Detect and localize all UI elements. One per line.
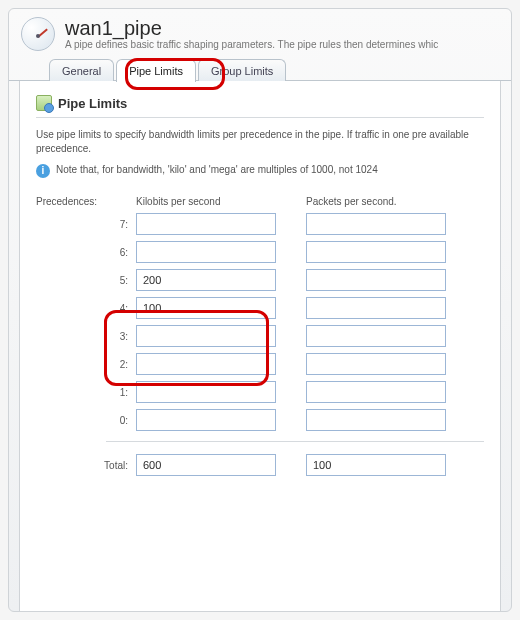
totals-row: Total: <box>36 454 484 476</box>
columns-header: Precedences: Kilobits per second Packets… <box>36 196 484 207</box>
precedence-row-1: 1: <box>36 381 484 403</box>
pps-input-2[interactable] <box>306 353 446 375</box>
tab-bar: General Pipe Limits Group Limits <box>9 55 511 81</box>
divider <box>36 117 484 118</box>
col-label-precedences: Precedences: <box>36 196 136 207</box>
totals-label: Total: <box>36 460 136 471</box>
tab-group-limits[interactable]: Group Limits <box>198 59 286 81</box>
kbps-total-input[interactable] <box>136 454 276 476</box>
precedence-row-0: 0: <box>36 409 484 431</box>
pipe-limits-icon <box>36 95 52 111</box>
help-text: Use pipe limits to specify bandwidth lim… <box>36 128 484 156</box>
precedence-row-3: 3: <box>36 325 484 347</box>
pps-total-input[interactable] <box>306 454 446 476</box>
precedence-row-5: 5: <box>36 269 484 291</box>
kbps-input-7[interactable] <box>136 213 276 235</box>
tab-general[interactable]: General <box>49 59 114 81</box>
pps-input-5[interactable] <box>306 269 446 291</box>
page-subtitle: A pipe defines basic traffic shaping par… <box>65 39 499 50</box>
kbps-input-3[interactable] <box>136 325 276 347</box>
pps-input-4[interactable] <box>306 297 446 319</box>
row-label: 0: <box>36 415 136 426</box>
kbps-input-5[interactable] <box>136 269 276 291</box>
row-label: 5: <box>36 275 136 286</box>
section-title: Pipe Limits <box>58 96 127 111</box>
row-label: 6: <box>36 247 136 258</box>
precedence-row-2: 2: <box>36 353 484 375</box>
note-row: i Note that, for bandwidth, 'kilo' and '… <box>36 164 484 178</box>
page-title: wan1_pipe <box>65 17 499 39</box>
pps-input-1[interactable] <box>306 381 446 403</box>
gauge-icon <box>21 17 55 51</box>
row-label: 3: <box>36 331 136 342</box>
row-label: 1: <box>36 387 136 398</box>
tab-content: Pipe Limits Use pipe limits to specify b… <box>19 81 501 612</box>
pipe-config-panel: wan1_pipe A pipe defines basic traffic s… <box>8 8 512 612</box>
precedence-row-6: 6: <box>36 241 484 263</box>
precedence-row-7: 7: <box>36 213 484 235</box>
pps-input-7[interactable] <box>306 213 446 235</box>
kbps-input-6[interactable] <box>136 241 276 263</box>
pps-input-3[interactable] <box>306 325 446 347</box>
tab-pipe-limits[interactable]: Pipe Limits <box>116 59 196 82</box>
kbps-input-1[interactable] <box>136 381 276 403</box>
kbps-input-2[interactable] <box>136 353 276 375</box>
panel-header: wan1_pipe A pipe defines basic traffic s… <box>9 9 511 55</box>
kbps-input-0[interactable] <box>136 409 276 431</box>
note-text: Note that, for bandwidth, 'kilo' and 'me… <box>56 164 378 175</box>
totals-divider <box>106 441 484 442</box>
title-block: wan1_pipe A pipe defines basic traffic s… <box>65 17 499 50</box>
kbps-input-4[interactable] <box>136 297 276 319</box>
col-label-pps: Packets per second. <box>306 196 446 207</box>
precedence-row-4: 4: <box>36 297 484 319</box>
info-icon: i <box>36 164 50 178</box>
row-label: 2: <box>36 359 136 370</box>
row-label: 7: <box>36 219 136 230</box>
pps-input-0[interactable] <box>306 409 446 431</box>
section-header: Pipe Limits <box>36 95 484 111</box>
pps-input-6[interactable] <box>306 241 446 263</box>
col-label-kbps: Kilobits per second <box>136 196 276 207</box>
row-label: 4: <box>36 303 136 314</box>
